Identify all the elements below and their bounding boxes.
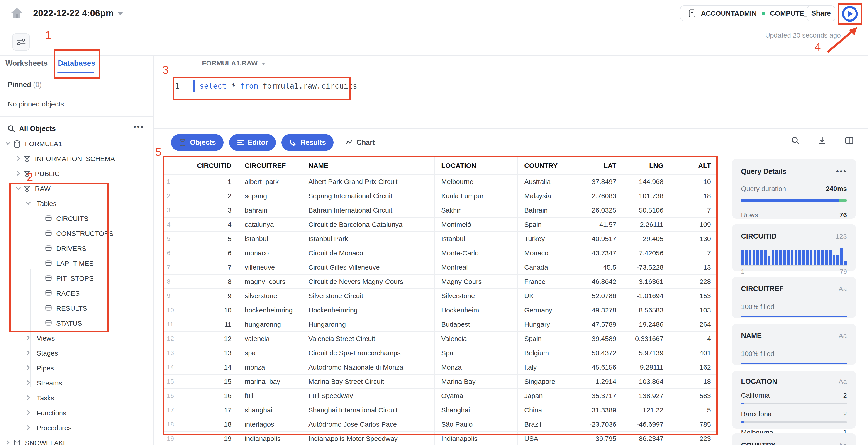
table-cell[interactable]: 401 [670, 346, 717, 360]
row-number-cell[interactable]: 19 [163, 432, 180, 445]
worksheet-title[interactable]: 2022-12-22 4:06pm [33, 8, 123, 19]
table-cell[interactable]: -73.5228 [623, 260, 670, 274]
table-cell[interactable]: interlagos [238, 417, 302, 432]
table-cell[interactable]: 39.4589 [576, 332, 623, 346]
chevron-right-icon[interactable] [15, 170, 22, 177]
table-cell[interactable]: 228 [670, 274, 717, 289]
table-cell[interactable]: 121.22 [623, 403, 670, 417]
table-cell[interactable]: 31.3389 [576, 403, 623, 417]
table-cell[interactable]: 13 [180, 346, 238, 360]
table-cell[interactable]: 11 [180, 317, 238, 332]
table-cell[interactable]: Hockenheim [435, 303, 518, 317]
tree-item-tasks[interactable]: Tasks [0, 391, 153, 406]
split-panel-icon[interactable] [844, 136, 854, 145]
table-cell[interactable]: Shanghai [435, 403, 518, 417]
table-cell[interactable]: -86.2347 [623, 432, 670, 445]
tree-item-streams[interactable]: Streams [0, 376, 153, 391]
results-table[interactable]: CIRCUITIDCIRCUITREFNAMELOCATIONCOUNTRYLA… [163, 157, 717, 445]
table-cell[interactable]: 109 [670, 217, 717, 232]
row-number-cell[interactable]: 12 [163, 332, 180, 346]
table-cell[interactable]: shanghai [238, 403, 302, 417]
tree-item-views[interactable]: Views [0, 331, 153, 346]
table-cell[interactable]: 9 [180, 289, 238, 303]
table-cell[interactable]: Montreal [435, 260, 518, 274]
table-cell[interactable]: Hockenheimring [302, 303, 435, 317]
table-cell[interactable]: 13 [670, 260, 717, 274]
table-cell[interactable]: 16 [180, 388, 238, 403]
tree-item-tables[interactable]: Tables [0, 197, 153, 212]
table-cell[interactable]: USA [518, 432, 576, 445]
tree-item-pit_stops[interactable]: PIT_STOPS [0, 271, 153, 286]
results-table-header[interactable]: CIRCUITIDCIRCUITREFNAMELOCATIONCOUNTRYLA… [163, 157, 717, 174]
table-cell[interactable]: Magny Cours [435, 274, 518, 289]
table-cell[interactable]: Autódromo José Carlos Pace [302, 417, 435, 432]
row-number-cell[interactable]: 1 [163, 174, 180, 189]
table-cell[interactable]: villeneuve [238, 260, 302, 274]
table-cell[interactable]: UK [518, 289, 576, 303]
table-cell[interactable]: 1 [180, 174, 238, 189]
tree-item-raw[interactable]: RAW [0, 182, 153, 197]
table-cell[interactable]: Monza [435, 360, 518, 374]
table-cell[interactable]: Indianapolis [435, 432, 518, 445]
column-header-lng[interactable]: LNG [623, 157, 670, 174]
tab-worksheets[interactable]: Worksheets [5, 59, 48, 68]
table-cell[interactable]: 49.3278 [576, 303, 623, 317]
table-cell[interactable]: 39.795 [576, 432, 623, 445]
table-cell[interactable]: 29.405 [623, 232, 670, 246]
tree-item-pipes[interactable]: Pipes [0, 361, 153, 376]
table-cell[interactable]: 43.7347 [576, 246, 623, 260]
table-cell[interactable]: 583 [670, 388, 717, 403]
table-cell[interactable]: 9.28111 [623, 360, 670, 374]
table-cell[interactable]: 7.42056 [623, 246, 670, 260]
table-cell[interactable]: China [518, 403, 576, 417]
table-cell[interactable]: Circuit de Spa-Francorchamps [302, 346, 435, 360]
table-cell[interactable]: Japan [518, 388, 576, 403]
table-cell[interactable]: Germany [518, 303, 576, 317]
table-cell[interactable]: São Paulo [435, 417, 518, 432]
search-input[interactable]: All Objects [19, 125, 56, 133]
table-cell[interactable]: Silverstone Circuit [302, 289, 435, 303]
table-cell[interactable]: 1.2914 [576, 374, 623, 388]
table-cell[interactable]: 153 [670, 289, 717, 303]
filters-button[interactable] [12, 33, 30, 50]
chevron-right-icon[interactable] [4, 439, 11, 445]
table-cell[interactable]: Silverstone [435, 289, 518, 303]
table-row[interactable]: 44catalunyaCircuit de Barcelona-Cataluny… [163, 217, 717, 232]
row-number-cell[interactable]: 2 [163, 189, 180, 203]
table-cell[interactable]: Circuit de Barcelona-Catalunya [302, 217, 435, 232]
table-cell[interactable]: hungaroring [238, 317, 302, 332]
table-cell[interactable]: -0.331667 [623, 332, 670, 346]
table-cell[interactable]: Oyama [435, 388, 518, 403]
tree-item-status[interactable]: STATUS [0, 316, 153, 331]
table-row[interactable]: 1313spaCircuit de Spa-FrancorchampsSpaBe… [163, 346, 717, 360]
table-cell[interactable]: 5 [180, 232, 238, 246]
table-cell[interactable]: 264 [670, 317, 717, 332]
table-cell[interactable]: 7 [670, 203, 717, 217]
table-row[interactable]: 77villeneuveCircuit Gilles VilleneuveMon… [163, 260, 717, 274]
table-cell[interactable]: 40.9517 [576, 232, 623, 246]
table-cell[interactable]: 103 [670, 303, 717, 317]
tree-item-snowflake[interactable]: SNOWFLAKE [0, 436, 153, 445]
table-cell[interactable]: Monte-Carlo [435, 246, 518, 260]
tree-item-formula1[interactable]: FORMULA1 [0, 137, 153, 152]
table-cell[interactable]: Istanbul [435, 232, 518, 246]
table-cell[interactable]: Italy [518, 360, 576, 374]
table-row[interactable]: 88magny_coursCircuit de Nevers Magny-Cou… [163, 274, 717, 289]
table-cell[interactable]: 47.5789 [576, 317, 623, 332]
chevron-right-icon[interactable] [25, 409, 32, 416]
chevron-right-icon[interactable] [15, 155, 22, 162]
chevron-down-icon[interactable] [15, 185, 22, 192]
table-cell[interactable]: Budapest [435, 317, 518, 332]
column-header-circuitref[interactable]: CIRCUITREF [238, 157, 302, 174]
table-cell[interactable]: France [518, 274, 576, 289]
table-cell[interactable]: Sepang International Circuit [302, 189, 435, 203]
download-icon[interactable] [818, 136, 827, 145]
run-button[interactable] [840, 5, 859, 22]
column-header-name[interactable]: NAME [302, 157, 435, 174]
table-cell[interactable]: 19 [180, 432, 238, 445]
table-cell[interactable]: Istanbul Park [302, 232, 435, 246]
chevron-right-icon[interactable] [25, 379, 32, 386]
table-cell[interactable]: 6 [180, 246, 238, 260]
results-table-body[interactable]: 11albert_parkAlbert Park Grand Prix Circ… [163, 174, 717, 445]
column-header-alt[interactable]: ALT [670, 157, 717, 174]
